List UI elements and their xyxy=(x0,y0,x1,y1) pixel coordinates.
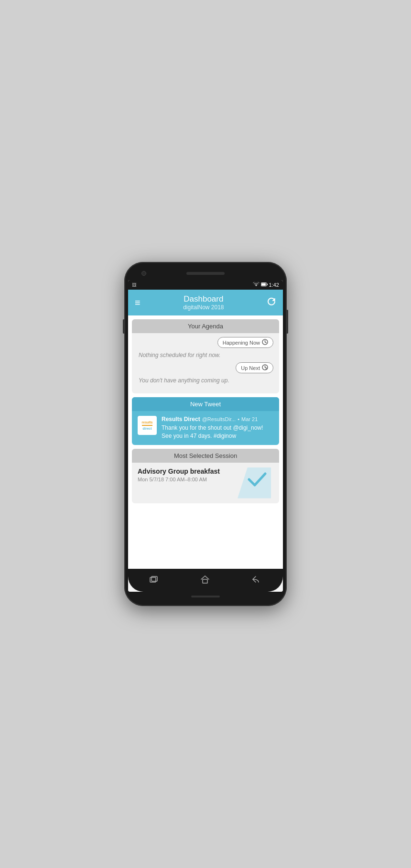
session-info: Advisory Group breakfast Mon 5/7/18 7:00… xyxy=(138,467,235,499)
main-content: Your Agenda Happening Now xyxy=(128,315,283,569)
session-body: Advisory Group breakfast Mon 5/7/18 7:00… xyxy=(132,463,279,503)
happening-now-text: Happening Now xyxy=(223,340,260,346)
phone-top-bar xyxy=(128,267,283,280)
notification-icon: 🖼 xyxy=(132,282,136,287)
wifi-icon xyxy=(253,282,260,288)
phone-bottom-bar xyxy=(128,592,283,601)
clock-icon xyxy=(262,339,268,346)
phone-screen: 🖼 1:42 xyxy=(128,280,283,592)
session-title: Advisory Group breakfast xyxy=(138,467,235,475)
session-time: Mon 5/7/18 7:00 AM–8:00 AM xyxy=(138,477,235,482)
svg-rect-7 xyxy=(203,579,207,583)
app-title: Dashboard xyxy=(141,294,267,304)
tweet-dot: • xyxy=(238,416,239,422)
refresh-icon[interactable] xyxy=(267,297,276,309)
tweet-card: New Tweet results direct Results Direct … xyxy=(132,397,279,445)
agenda-card-header: Your Agenda xyxy=(132,319,279,333)
app-header: ≡ Dashboard digitalNow 2018 xyxy=(128,290,283,315)
tweet-name-row: Results Direct @ResultsDir... • Mar 21 xyxy=(162,416,273,423)
session-card: Most Selected Session Advisory Group bre… xyxy=(132,449,279,503)
app-subtitle: digitalNow 2018 xyxy=(141,304,267,311)
home-button[interactable] xyxy=(201,575,209,586)
phone-device: 🖼 1:42 xyxy=(124,262,287,606)
volume-button xyxy=(123,319,124,334)
agenda-card-body: Happening Now Nothing scheduled for righ… xyxy=(132,333,279,393)
up-next-message: You don't have anything coming up. xyxy=(138,375,273,388)
status-bar: 🖼 1:42 xyxy=(128,280,283,290)
tweet-avatar: results direct xyxy=(138,416,157,435)
tweet-author-name: Results Direct xyxy=(162,416,200,423)
svg-rect-2 xyxy=(267,284,268,285)
front-camera xyxy=(141,271,146,276)
check-graphic xyxy=(238,467,271,499)
happening-now-badge[interactable]: Happening Now xyxy=(217,337,273,348)
tweet-card-header: New Tweet xyxy=(132,397,279,411)
header-center: Dashboard digitalNow 2018 xyxy=(141,294,267,311)
tweet-author-handle: @ResultsDir... xyxy=(202,416,236,422)
up-next-clock-icon xyxy=(262,364,268,371)
tweet-body: results direct Results Direct @ResultsDi… xyxy=(132,411,279,445)
status-icons: 1:42 xyxy=(253,282,279,288)
tweet-text: Thank you for the shout out @digi_now! S… xyxy=(162,424,273,440)
tweet-content: Results Direct @ResultsDir... • Mar 21 T… xyxy=(162,416,273,440)
tweet-date: Mar 21 xyxy=(241,416,258,422)
checkmark-icon xyxy=(245,467,269,495)
session-icon-area xyxy=(235,467,273,499)
happening-now-label-row: Happening Now xyxy=(138,337,273,348)
bottom-indicator xyxy=(191,596,220,597)
time-display: 1:42 xyxy=(269,282,279,288)
agenda-card: Your Agenda Happening Now xyxy=(132,319,279,393)
recent-apps-button[interactable] xyxy=(150,576,158,585)
up-next-text: Up Next xyxy=(241,365,260,371)
bottom-nav xyxy=(128,569,283,592)
session-card-header: Most Selected Session xyxy=(132,449,279,463)
back-button[interactable] xyxy=(252,575,261,585)
up-next-badge[interactable]: Up Next xyxy=(236,362,273,373)
menu-icon[interactable]: ≡ xyxy=(135,297,141,308)
happening-now-message: Nothing scheduled for right now. xyxy=(138,350,273,362)
up-next-label-row: Up Next xyxy=(138,362,273,373)
earpiece-speaker xyxy=(186,272,225,275)
battery-icon xyxy=(261,282,268,288)
power-button xyxy=(287,310,288,334)
svg-rect-1 xyxy=(261,283,266,286)
